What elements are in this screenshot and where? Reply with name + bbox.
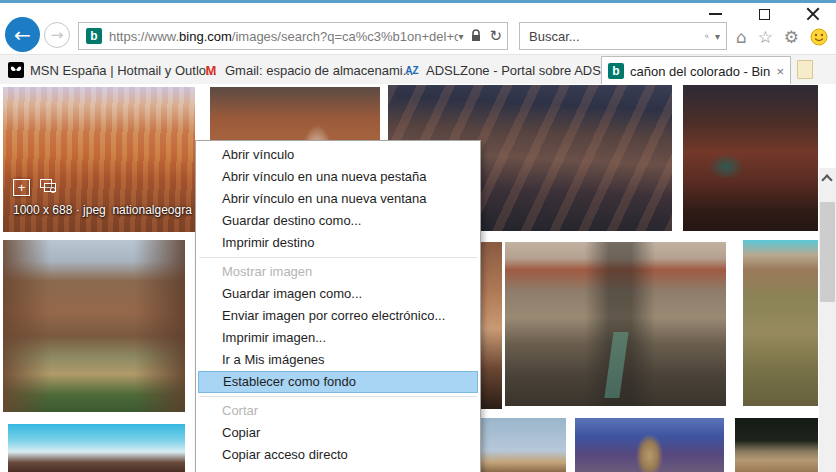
menu-item-establecer-como-fondo[interactable]: Establecer como fondo [198, 371, 478, 393]
thumbnail-blue-canyon-cairn[interactable] [575, 418, 724, 472]
minimize-icon [709, 13, 722, 15]
favorite-msn[interactable]: MSN España | Hotmail y Outlo... [8, 55, 217, 85]
address-bar[interactable]: b https://www.bing.com/images/search?q=c… [78, 22, 508, 50]
thumbnail-pale-sky-rim[interactable] [481, 418, 566, 472]
image-format: jpeg [83, 203, 106, 217]
favorite-msn-label: MSN España | Hotmail y Outlo... [30, 63, 217, 78]
minimize-button[interactable] [698, 4, 732, 24]
new-tab-button[interactable] [797, 60, 813, 79]
image-source: nationalgeogra [112, 203, 191, 217]
menu-item-mostrar-imagen: Mostrar imagen [196, 261, 480, 283]
browser-window: ← → b https://www.bing.com/images/search… [0, 0, 836, 472]
favorite-adslzone[interactable]: AZ ADSLZone - Portal sobre ADSL,... [404, 55, 623, 85]
menu-item-cortar: Cortar [196, 400, 480, 422]
menu-item-enviar-imagen-correo[interactable]: Enviar imagen por correo electrónico... [196, 305, 480, 327]
search-input[interactable] [529, 29, 705, 44]
thumbnail-olive-canyon[interactable] [743, 240, 818, 406]
image-dimensions: 1000 x 688 [13, 203, 72, 217]
close-button[interactable] [796, 4, 830, 24]
menu-item-imprimir-imagen[interactable]: Imprimir imagen... [196, 327, 480, 349]
tab-close-icon[interactable]: × [776, 64, 784, 79]
search-box[interactable]: ▾ [519, 22, 727, 50]
thumbnail-overlay-icons: + [13, 179, 58, 196]
url-path: /images/search?q=ca%c3%b1on+del+colorac [232, 29, 459, 44]
maximize-icon [759, 9, 770, 20]
favorite-gmail-label: Gmail: espacio de almacenami... [225, 63, 414, 78]
favorites-and-tabs-row: MSN España | Hotmail y Outlo... M Gmail:… [0, 54, 836, 84]
tab-bing-favicon: b [608, 63, 624, 79]
menu-item-imprimir-destino[interactable]: Imprimir destino [196, 232, 480, 254]
bing-favicon: b [86, 28, 102, 44]
thumbnail-river-gorge[interactable] [505, 242, 726, 406]
vertical-scrollbar[interactable] [819, 168, 836, 472]
menu-item-copiar[interactable]: Copiar [196, 422, 480, 444]
context-menu: Abrir vínculo Abrir vínculo en una nueva… [195, 140, 481, 472]
navbar-action-icons: ⌂ ☆ ⚙ [736, 26, 828, 48]
scroll-up-icon[interactable] [821, 174, 832, 185]
image-results-grid: + 1000 x 688 · jpeg nationalgeogra Abrir… [0, 84, 836, 472]
home-icon[interactable]: ⌂ [736, 29, 747, 46]
menu-item-abrir-vinculo[interactable]: Abrir vínculo [196, 144, 480, 166]
tab-title: cañon del colorado - Bing i... [630, 64, 770, 79]
menu-item-guardar-destino[interactable]: Guardar destino como... [196, 210, 480, 232]
forward-button[interactable]: → [44, 22, 70, 48]
address-bar-tools: ▾ ↻ [458, 29, 502, 44]
menu-separator [199, 396, 477, 397]
settings-gear-icon[interactable]: ⚙ [784, 29, 799, 46]
close-icon [806, 7, 820, 21]
gmail-favicon: M [203, 62, 219, 78]
search-icon[interactable] [705, 29, 709, 44]
back-arrow-icon: ← [14, 23, 31, 47]
lock-icon [470, 29, 482, 43]
menu-item-guardar-imagen[interactable]: Guardar imagen como... [196, 283, 480, 305]
adslzone-favicon: AZ [404, 62, 420, 78]
menu-item-pegar: Pegar [196, 466, 480, 472]
tab-canon-del-colorado[interactable]: b cañon del colorado - Bing i... × [601, 56, 791, 85]
menu-item-abrir-vinculo-ventana[interactable]: Abrir vínculo en una nueva ventana [196, 188, 480, 210]
thumbnail-hover-overlay: + 1000 x 688 · jpeg nationalgeogra [3, 179, 195, 232]
refresh-icon[interactable]: ↻ [489, 29, 502, 44]
menu-item-abrir-vinculo-pestana[interactable]: Abrir vínculo en una nueva pestaña [196, 166, 480, 188]
thumbnail-river-canyon[interactable] [3, 240, 185, 412]
menu-item-copiar-acceso-directo[interactable]: Copiar acceso directo [196, 444, 480, 466]
thumbnail-sky-desert[interactable] [8, 424, 185, 472]
favorites-star-icon[interactable]: ☆ [758, 29, 773, 46]
favorite-gmail[interactable]: M Gmail: espacio de almacenami... [203, 55, 414, 85]
back-button[interactable]: ← [5, 17, 40, 52]
add-to-collection-icon[interactable]: + [13, 179, 30, 196]
meta-separator: · [76, 203, 80, 217]
feedback-smiley-icon[interactable] [810, 28, 828, 46]
url-text: https://www.bing.com/images/search?q=ca%… [109, 29, 458, 44]
thumbnail-meta-text: 1000 x 688 · jpeg nationalgeogra [13, 203, 192, 217]
similar-images-magnifier [50, 187, 56, 193]
url-prefix: https://www. [109, 29, 179, 44]
menu-item-ir-a-mis-imagenes[interactable]: Ir a Mis imágenes [196, 349, 480, 371]
url-domain: bing.com [179, 29, 232, 44]
msn-favicon [8, 62, 24, 78]
autocomplete-dropdown-icon[interactable]: ▾ [458, 31, 463, 42]
maximize-button[interactable] [747, 4, 781, 24]
window-controls [698, 4, 830, 24]
favorite-adslzone-label: ADSLZone - Portal sobre ADSL,... [426, 63, 623, 78]
scrollbar-thumb[interactable] [820, 202, 835, 302]
menu-separator [199, 257, 477, 258]
forward-arrow-icon: → [51, 26, 64, 44]
search-dropdown-icon[interactable]: ▾ [715, 31, 720, 42]
thumbnail-dark-ridge[interactable] [735, 418, 818, 472]
thumbnail-dark-red-canyon[interactable] [683, 85, 818, 231]
similar-images-icon[interactable] [40, 179, 58, 194]
